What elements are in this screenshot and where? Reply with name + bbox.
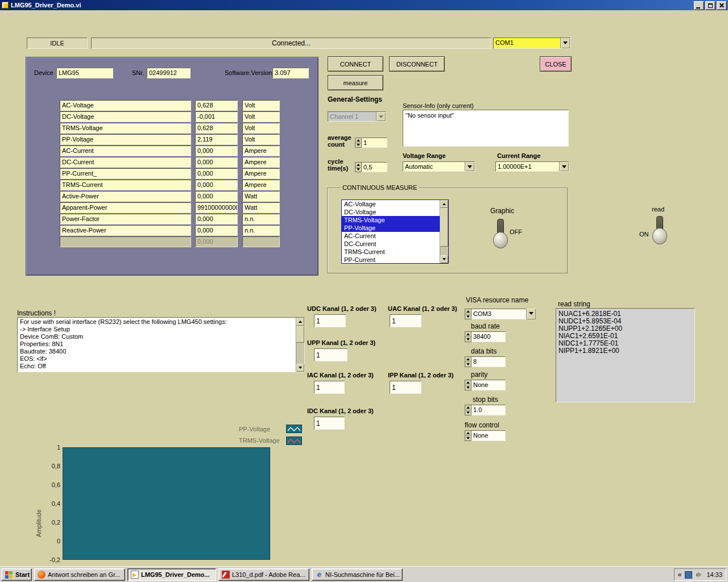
taskbar-item-browser[interactable]: NI-Suchmaschine für Bei... bbox=[312, 568, 403, 581]
parity-value[interactable]: None bbox=[471, 380, 506, 390]
decrement-icon[interactable] bbox=[355, 143, 361, 148]
list-item[interactable]: TRMS-Current bbox=[342, 248, 440, 256]
dropdown-arrow-icon[interactable] bbox=[559, 162, 569, 171]
toggle-knob[interactable] bbox=[652, 228, 667, 244]
voltage-range-dropdown[interactable]: Automatic bbox=[403, 161, 475, 172]
cycle-time-value[interactable]: 0,5 bbox=[361, 162, 387, 172]
dropdown-arrow-icon[interactable] bbox=[560, 38, 570, 48]
scroll-thumb[interactable] bbox=[440, 208, 448, 247]
visa-resource-dropdown[interactable]: COM3 bbox=[465, 309, 536, 319]
graphic-toggle[interactable] bbox=[494, 218, 507, 247]
taskbar-item-labview[interactable]: LMG95_Driver_Demo... bbox=[127, 568, 216, 581]
com-port-value[interactable]: COM1 bbox=[494, 38, 560, 48]
taskbar-item-pdf[interactable]: L310_d.pdf - Adobe Rea... bbox=[218, 568, 309, 581]
increment-icon[interactable] bbox=[355, 138, 361, 143]
close-button[interactable]: CLOSE bbox=[540, 56, 572, 72]
current-range-value[interactable]: 1.00000E+1 bbox=[496, 162, 559, 171]
toggle-knob[interactable] bbox=[493, 232, 508, 248]
tray-expand-icon[interactable] bbox=[678, 571, 682, 579]
disconnect-button[interactable]: DISCONNECT bbox=[389, 56, 445, 72]
list-item-selected[interactable]: PP-Voltage bbox=[342, 224, 440, 232]
idc-kanal-field[interactable]: 1 bbox=[314, 417, 345, 430]
list-item[interactable]: AC-Voltage bbox=[342, 200, 440, 208]
scroll-up-icon[interactable] bbox=[296, 318, 304, 326]
connect-button[interactable]: CONNECT bbox=[328, 56, 383, 72]
measurement-unit: n.n. bbox=[242, 225, 280, 236]
increment-icon[interactable] bbox=[465, 309, 471, 314]
scroll-down-icon[interactable] bbox=[440, 255, 448, 263]
com-port-dropdown[interactable]: COM1 bbox=[493, 38, 570, 49]
increment-icon[interactable] bbox=[465, 357, 471, 362]
dropdown-arrow-icon[interactable] bbox=[376, 112, 386, 121]
decrement-icon[interactable] bbox=[465, 362, 471, 367]
baud-rate-input[interactable]: 38400 bbox=[465, 331, 506, 342]
channel-dropdown[interactable]: Channel 1 bbox=[328, 111, 386, 122]
upp-kanal-field[interactable]: 1 bbox=[314, 348, 348, 361]
scroll-thumb[interactable] bbox=[296, 326, 304, 343]
average-count-value[interactable]: 1 bbox=[361, 138, 387, 148]
data-bits-value[interactable]: 8 bbox=[471, 356, 506, 367]
iac-kanal-field[interactable]: 1 bbox=[314, 381, 345, 394]
decrement-icon[interactable] bbox=[465, 385, 471, 390]
ipp-kanal-field[interactable]: 1 bbox=[390, 381, 421, 394]
tray-speaker-icon[interactable] bbox=[696, 571, 703, 579]
visa-resource-value[interactable]: COM3 bbox=[471, 309, 526, 319]
decrement-icon[interactable] bbox=[465, 436, 471, 440]
dropdown-arrow-icon[interactable] bbox=[526, 309, 536, 319]
read-toggle[interactable] bbox=[653, 215, 667, 243]
parity-input[interactable]: None bbox=[465, 380, 506, 390]
average-count-input[interactable]: 1 bbox=[355, 138, 387, 148]
decrement-icon[interactable] bbox=[355, 168, 361, 172]
data-bits-input[interactable]: 8 bbox=[465, 356, 506, 367]
list-item[interactable]: PP-Current bbox=[342, 256, 440, 264]
instructions-label: Instructions ! bbox=[17, 309, 56, 317]
increment-icon[interactable] bbox=[465, 332, 471, 337]
listbox-scrollbar[interactable] bbox=[440, 200, 448, 263]
scroll-down-icon[interactable] bbox=[296, 364, 304, 372]
increment-icon[interactable] bbox=[465, 405, 471, 410]
labview-icon bbox=[131, 571, 139, 579]
spinner[interactable] bbox=[465, 356, 471, 367]
list-item-selected[interactable]: TRMS-Voltage bbox=[342, 216, 440, 224]
decrement-icon[interactable] bbox=[465, 337, 471, 342]
increment-icon[interactable] bbox=[355, 163, 361, 168]
dropdown-arrow-icon[interactable] bbox=[465, 162, 474, 171]
restore-button[interactable] bbox=[705, 1, 715, 10]
channel-value[interactable]: Channel 1 bbox=[328, 112, 376, 121]
spinner[interactable] bbox=[465, 405, 471, 415]
increment-icon[interactable] bbox=[465, 380, 471, 385]
list-item[interactable]: DC-Current bbox=[342, 240, 440, 248]
close-window-button[interactable] bbox=[717, 1, 727, 10]
minimize-button[interactable] bbox=[694, 1, 704, 10]
uac-kanal-field[interactable]: 1 bbox=[390, 314, 421, 327]
spinner[interactable] bbox=[465, 380, 471, 390]
voltage-range-value[interactable]: Automatic bbox=[403, 162, 465, 171]
spinner[interactable] bbox=[465, 331, 471, 342]
spinner[interactable] bbox=[355, 162, 361, 172]
measure-listbox[interactable]: AC-Voltage DC-Voltage TRMS-Voltage PP-Vo… bbox=[341, 199, 449, 264]
decrement-icon[interactable] bbox=[465, 314, 471, 319]
scroll-up-icon[interactable] bbox=[440, 200, 448, 208]
flow-control-value[interactable]: None bbox=[471, 430, 506, 441]
spinner[interactable] bbox=[465, 309, 471, 319]
baud-rate-value[interactable]: 38400 bbox=[471, 331, 506, 342]
flow-control-input[interactable]: None bbox=[465, 430, 506, 441]
minimize-icon bbox=[696, 7, 700, 9]
measurement-name: AC-Current bbox=[60, 146, 191, 156]
spinner[interactable] bbox=[355, 138, 361, 148]
increment-icon[interactable] bbox=[465, 431, 471, 436]
spinner[interactable] bbox=[465, 430, 471, 441]
current-range-dropdown[interactable]: 1.00000E+1 bbox=[495, 161, 569, 172]
cycle-time-input[interactable]: 0,5 bbox=[355, 162, 387, 172]
taskbar-item-mail[interactable]: Antwort schreiben an Gr... bbox=[34, 568, 125, 581]
instructions-scrollbar[interactable] bbox=[296, 318, 304, 372]
start-button[interactable]: Start bbox=[1, 568, 32, 581]
list-item[interactable]: DC-Voltage bbox=[342, 208, 440, 216]
list-item[interactable]: AC-Current bbox=[342, 232, 440, 240]
measure-button[interactable]: measure bbox=[328, 75, 383, 90]
decrement-icon[interactable] bbox=[465, 410, 471, 415]
tray-network-icon[interactable] bbox=[685, 571, 692, 579]
stop-bits-value[interactable]: 1.0 bbox=[471, 405, 506, 415]
udc-kanal-field[interactable]: 1 bbox=[314, 314, 346, 327]
stop-bits-input[interactable]: 1.0 bbox=[465, 405, 506, 415]
